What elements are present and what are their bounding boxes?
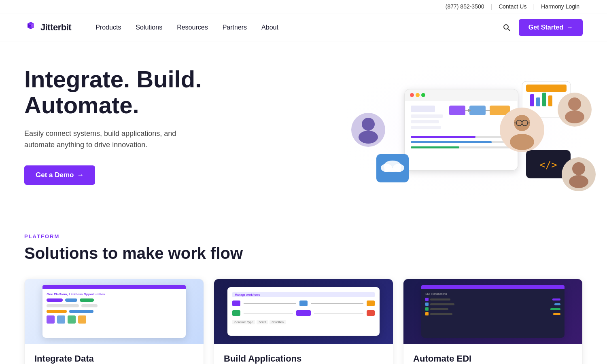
main-nav: Jitterbit Products Solutions Resources P…	[0, 13, 607, 42]
get-demo-button[interactable]: Get a Demo →	[24, 165, 95, 185]
search-button[interactable]	[503, 23, 511, 32]
svg-rect-18	[411, 141, 492, 143]
automate-edi-card: EDI Transactions	[403, 279, 583, 364]
svg-rect-12	[449, 106, 465, 115]
harmony-login-link[interactable]: Harmony Login	[538, 3, 583, 10]
integrate-data-card: One Platform, Limitless Opportunities	[24, 279, 204, 364]
get-started-label: Get Started	[528, 24, 563, 31]
svg-rect-33	[384, 168, 401, 172]
phone-number: (877) 852-3500	[446, 3, 484, 10]
platform-title: Solutions to make work flow	[24, 244, 583, 262]
svg-rect-26	[548, 95, 552, 106]
demo-arrow-icon: →	[77, 171, 84, 179]
hero-title-line1: Integrate. Build.	[24, 66, 202, 92]
get-started-button[interactable]: Get Started →	[519, 19, 583, 36]
search-icon	[503, 23, 511, 32]
platform-section: PLATFORM Solutions to make work flow One…	[0, 209, 607, 364]
build-card-title: Build Applications	[224, 353, 383, 364]
svg-point-40	[568, 97, 581, 110]
hero-subtitle: Easily connect systems, build applicatio…	[24, 128, 202, 151]
svg-rect-9	[411, 114, 443, 118]
integrate-data-image: One Platform, Limitless Opportunities	[25, 279, 204, 344]
hero-content: Integrate. Build. Automate. Easily conne…	[24, 66, 202, 185]
svg-rect-13	[469, 106, 486, 115]
hero-image-area: </>	[324, 42, 607, 209]
logo-text: Jitterbit	[40, 22, 71, 33]
svg-point-41	[565, 110, 584, 123]
nav-actions: Get Started →	[503, 19, 583, 36]
svg-point-7	[421, 93, 425, 97]
svg-rect-8	[411, 106, 435, 112]
automate-edi-image: EDI Transactions	[403, 279, 582, 344]
nav-products[interactable]: Products	[96, 24, 121, 31]
hero-section: Integrate. Build. Automate. Easily conne…	[0, 42, 607, 209]
jitterbit-logo-icon	[24, 21, 37, 34]
svg-rect-10	[411, 120, 439, 123]
hero-title: Integrate. Build. Automate.	[24, 66, 202, 118]
nav-solutions[interactable]: Solutions	[136, 24, 162, 31]
platform-label: PLATFORM	[24, 233, 583, 239]
build-card-body: Build Applications Empower anyone to rap…	[214, 344, 393, 364]
hero-illustration: </>	[324, 49, 607, 203]
integrate-ui-preview: One Platform, Limitless Opportunities	[42, 285, 186, 338]
nav-links: Products Solutions Resources Partners Ab…	[96, 24, 503, 31]
svg-rect-20	[411, 146, 459, 148]
hero-title-line2: Automate.	[24, 92, 139, 118]
platform-cards: One Platform, Limitless Opportunities	[24, 279, 583, 364]
automate-ui-preview: EDI Transactions	[421, 285, 565, 338]
svg-rect-23	[530, 94, 534, 106]
separator-2: |	[533, 3, 535, 10]
integrate-card-title: Integrate Data	[34, 353, 194, 364]
svg-rect-25	[542, 93, 546, 106]
svg-point-5	[410, 93, 414, 97]
integrate-card-body: Integrate Data Integrate data and elimin…	[25, 344, 204, 364]
build-apps-image: Manage workflows	[214, 279, 393, 344]
automate-card-body: Automate EDI Manage the EDI transaction …	[403, 344, 582, 364]
svg-point-36	[510, 134, 534, 150]
contact-link[interactable]: Contact Us	[495, 3, 530, 10]
svg-point-46	[362, 118, 375, 131]
arrow-right-icon: →	[567, 24, 573, 31]
svg-point-44	[569, 175, 588, 188]
separator-1: |	[491, 3, 492, 10]
automate-card-title: Automate EDI	[413, 353, 573, 364]
svg-rect-24	[536, 97, 540, 106]
logo[interactable]: Jitterbit	[24, 21, 71, 34]
svg-rect-16	[411, 136, 475, 138]
build-flow-preview: Manage workflows	[227, 287, 380, 336]
svg-rect-4	[405, 96, 518, 101]
nav-partners[interactable]: Partners	[223, 24, 247, 31]
top-bar: (877) 852-3500 | Contact Us | Harmony Lo…	[0, 0, 607, 13]
build-apps-card: Manage workflows	[214, 279, 393, 364]
svg-rect-22	[526, 85, 567, 92]
nav-resources[interactable]: Resources	[177, 24, 208, 31]
svg-point-43	[572, 162, 585, 175]
svg-rect-11	[411, 126, 441, 129]
svg-text:</>: </>	[539, 159, 557, 171]
get-demo-label: Get a Demo	[36, 171, 74, 179]
svg-point-47	[359, 131, 378, 144]
nav-about[interactable]: About	[261, 24, 278, 31]
svg-point-6	[416, 93, 420, 97]
